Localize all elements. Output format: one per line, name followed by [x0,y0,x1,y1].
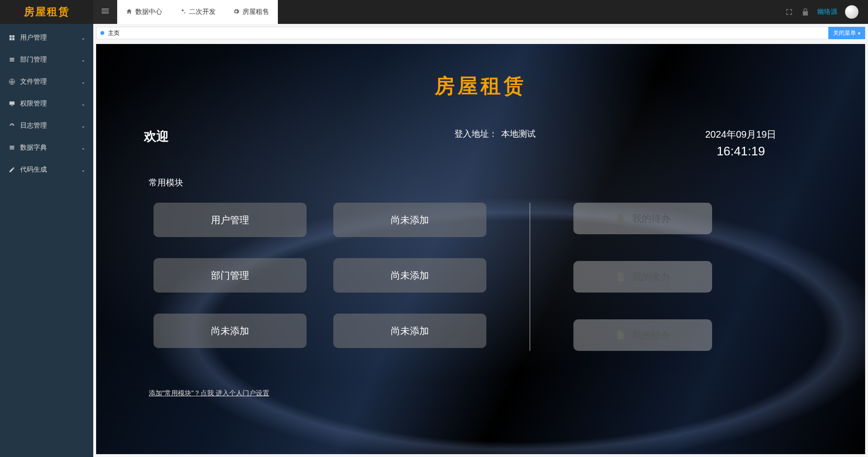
globe-icon [9,78,15,85]
module-grid: 用户管理 尚未添加 部门管理 尚未添加 尚未添加 尚未添加 [154,203,486,351]
gear-icon [233,8,240,16]
grid-icon [9,34,15,41]
sidebar-item-label: 日志管理 [20,121,47,130]
app-header: 房屋租赁 数据中心 二次开发 房屋租售 幽络源 [0,0,868,24]
todo-column: 我的待办 我的未办 我的经办 [573,203,712,351]
dashboard-info-row: 欢迎 登入地址：本地测试 2024年09月19日 16:41:19 [96,128,865,159]
chevron-down-icon [81,57,86,62]
document-clock-icon [615,330,626,340]
sidebar-item-label: 权限管理 [20,99,47,108]
todo-button-pending[interactable]: 我的待办 [573,203,712,234]
vertical-divider [529,203,530,351]
chevron-down-icon [81,145,86,150]
sidebar-item-label: 用户管理 [20,33,47,42]
current-time: 16:41:19 [664,144,817,159]
sidebar: 用户管理 部门管理 文件管理 权限管理 日志管理 数据字典 代码生成 [0,24,93,457]
dashboard-title: 房屋租赁 [96,44,865,99]
modules-heading: 常用模块 [96,159,865,188]
login-info: 登入地址：本地测试 [326,128,664,159]
todo-button-undone[interactable]: 我的未办 [573,261,712,293]
brand-logo: 房屋租赁 [0,0,93,24]
fullscreen-icon[interactable] [785,8,793,16]
sparkle-icon [179,8,186,16]
sidebar-item-file-mgmt[interactable]: 文件管理 [0,71,93,93]
module-button-dept-mgmt[interactable]: 部门管理 [154,258,307,293]
active-dot-icon [100,31,104,35]
sidebar-item-label: 部门管理 [20,55,47,64]
chevron-down-icon [81,35,86,40]
sidebar-item-label: 文件管理 [20,77,47,86]
module-button-empty[interactable]: 尚未添加 [154,314,307,348]
todo-label: 我的未办 [632,271,670,283]
dashboard: 房屋租赁 欢迎 登入地址：本地测试 2024年09月19日 16:41:19 常… [96,44,865,454]
chevron-down-icon [81,101,86,106]
sidebar-toggle[interactable] [93,0,117,24]
content-area: 主页 关闭菜单 房屋租赁 欢迎 登入地址：本地测试 2024年09月19日 16… [93,24,868,457]
home-icon [126,8,132,16]
login-label: 登入地址： [454,129,497,139]
add-module-hint-link[interactable]: 添加"常用模块"？点我 进入个人门户设置 [149,389,269,398]
sidebar-item-perm-mgmt[interactable]: 权限管理 [0,93,93,115]
pencil-icon [9,166,15,173]
top-tabs: 数据中心 二次开发 房屋租售 [117,0,278,24]
todo-button-handled[interactable]: 我的经办 [573,319,712,351]
gauge-icon [9,122,15,129]
sidebar-item-label: 代码生成 [20,165,47,174]
username[interactable]: 幽络源 [817,8,837,16]
chevron-down-icon [81,167,86,172]
list-icon [9,56,15,63]
header-right: 幽络源 [785,5,868,19]
todo-label: 我的经办 [632,329,670,342]
avatar[interactable] [845,5,858,19]
tab-label: 房屋租售 [242,8,269,16]
lock-icon[interactable] [801,8,810,16]
tab-house-rent-sale[interactable]: 房屋租售 [224,0,278,24]
tab-data-center[interactable]: 数据中心 [117,0,171,24]
module-button-empty[interactable]: 尚未添加 [333,258,486,293]
welcome-text: 欢迎 [144,128,326,159]
chevron-down-icon [81,79,86,84]
document-check-icon [615,272,626,282]
chevron-down-icon [81,123,86,128]
tab-label: 二次开发 [189,8,216,16]
current-date: 2024年09月19日 [664,128,817,141]
datetime-block: 2024年09月19日 16:41:19 [664,128,817,159]
login-value: 本地测试 [501,129,536,139]
hamburger-icon [100,6,110,18]
sidebar-item-data-dict[interactable]: 数据字典 [0,137,93,159]
monitor-icon [9,100,15,107]
page-tab-home[interactable]: 主页 [108,29,120,37]
sidebar-item-dept-mgmt[interactable]: 部门管理 [0,49,93,71]
tab-label: 数据中心 [135,8,162,16]
modules-area: 用户管理 尚未添加 部门管理 尚未添加 尚未添加 尚未添加 我的待办 我的未办 [96,203,865,351]
list-icon [9,144,15,151]
module-button-user-mgmt[interactable]: 用户管理 [154,203,307,237]
sidebar-item-log-mgmt[interactable]: 日志管理 [0,115,93,137]
sidebar-item-user-mgmt[interactable]: 用户管理 [0,27,93,49]
module-button-empty[interactable]: 尚未添加 [333,314,486,348]
document-icon [615,213,626,224]
module-button-empty[interactable]: 尚未添加 [333,203,486,237]
tab-secondary-dev[interactable]: 二次开发 [171,0,224,24]
page-tab-bar: 主页 关闭菜单 [96,27,865,39]
close-menu-button[interactable]: 关闭菜单 [828,27,865,39]
sidebar-item-code-gen[interactable]: 代码生成 [0,159,93,181]
sidebar-item-label: 数据字典 [20,143,47,152]
todo-label: 我的待办 [632,212,670,225]
